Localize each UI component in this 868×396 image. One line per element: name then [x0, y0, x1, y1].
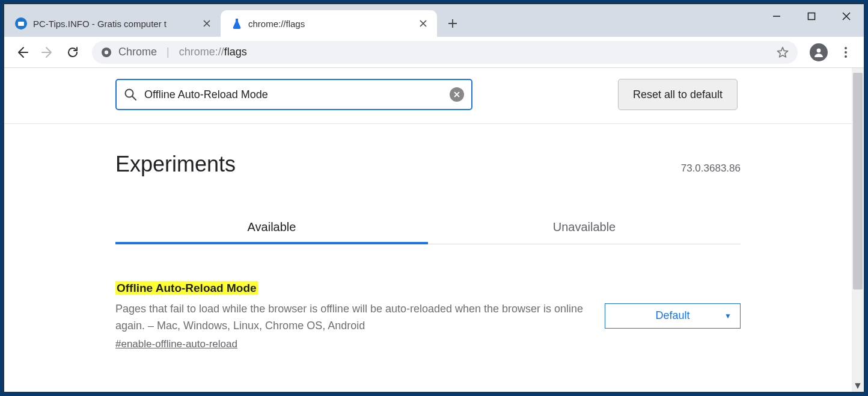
svg-point-4: [845, 47, 847, 49]
flag-entry: Offline Auto-Reload Mode Pages that fail…: [115, 282, 741, 350]
flags-search-bar: Reset all to default: [4, 68, 852, 124]
bookmark-star-icon[interactable]: [776, 46, 789, 59]
flag-title: Offline Auto-Reload Mode: [115, 281, 258, 295]
svg-rect-0: [808, 13, 815, 20]
omnibox-url: chrome://flags: [179, 46, 247, 58]
flags-search-box[interactable]: [115, 79, 472, 110]
tab-flags[interactable]: chrome://flags: [221, 10, 437, 37]
back-button[interactable]: [11, 42, 33, 63]
browser-window: PC-Tips.INFO - Gratis computer t chrome:…: [4, 4, 864, 392]
address-bar[interactable]: Chrome | chrome://flags: [92, 41, 798, 64]
chevron-down-icon: ▼: [724, 312, 732, 320]
svg-point-5: [845, 51, 847, 54]
svg-point-7: [126, 90, 133, 97]
flask-icon: [231, 18, 242, 29]
minimize-button[interactable]: [759, 4, 794, 28]
svg-point-2: [105, 50, 108, 54]
page-content: Reset all to default Experiments 73.0.36…: [4, 68, 852, 392]
close-icon[interactable]: [201, 18, 212, 29]
profile-button[interactable]: [810, 43, 828, 61]
tab-title: PC-Tips.INFO - Gratis computer t: [33, 19, 195, 29]
scroll-down-icon[interactable]: ▼: [852, 380, 864, 392]
page-title: Experiments: [115, 152, 236, 177]
scrollbar-thumb[interactable]: [853, 73, 863, 289]
tab-available[interactable]: Available: [115, 211, 428, 244]
tab-pctips[interactable]: PC-Tips.INFO - Gratis computer t: [4, 10, 221, 37]
close-window-button[interactable]: [829, 4, 864, 28]
flag-hash-link[interactable]: #enable-offline-auto-reload: [115, 338, 237, 350]
reload-button[interactable]: [62, 42, 84, 63]
clear-search-icon[interactable]: [450, 87, 464, 102]
forward-button[interactable]: [37, 42, 58, 63]
chrome-info-icon: [100, 46, 112, 58]
svg-point-3: [817, 48, 821, 52]
flags-body: Experiments 73.0.3683.86 Available Unava…: [4, 124, 852, 350]
flags-search-input[interactable]: [144, 88, 442, 101]
flag-description: Pages that fail to load while the browse…: [115, 301, 587, 335]
search-icon: [124, 88, 137, 101]
flag-select[interactable]: Default ▼: [605, 303, 741, 329]
tab-strip: PC-Tips.INFO - Gratis computer t chrome:…: [4, 4, 864, 37]
chrome-version: 73.0.3683.86: [681, 162, 741, 175]
reset-all-button[interactable]: Reset all to default: [618, 79, 738, 110]
omnibox-separator: |: [167, 46, 170, 58]
omnibox-prefix: Chrome: [118, 46, 157, 58]
window-controls: [759, 4, 864, 28]
flags-tabs: Available Unavailable: [115, 211, 741, 244]
toolbar: Chrome | chrome://flags: [4, 37, 864, 68]
tab-title: chrome://flags: [248, 19, 412, 29]
new-tab-button[interactable]: [442, 13, 463, 34]
close-icon[interactable]: [418, 18, 429, 29]
svg-point-6: [845, 55, 847, 58]
maximize-button[interactable]: [794, 4, 829, 28]
viewport: Reset all to default Experiments 73.0.36…: [4, 68, 864, 392]
pctips-favicon: [15, 17, 27, 29]
tab-unavailable[interactable]: Unavailable: [428, 211, 741, 244]
kebab-menu-button[interactable]: [835, 42, 857, 63]
flag-select-value: Default: [655, 309, 689, 322]
vertical-scrollbar[interactable]: ▼: [852, 68, 864, 392]
